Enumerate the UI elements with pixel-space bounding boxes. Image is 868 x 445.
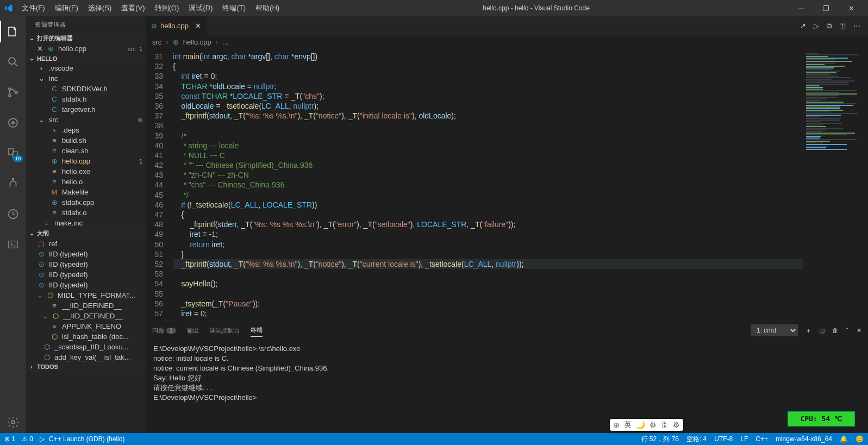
file-Makefile[interactable]: MMakefile [26,187,146,197]
status-spaces[interactable]: 空格: 4 [686,435,707,444]
go-to-file-icon[interactable]: ↗ [800,22,806,30]
file-hello.cpp[interactable]: ⊕hello.cpp1 [26,156,146,166]
status-lncol[interactable]: 行 52，列 76 [641,435,679,444]
maximize-button[interactable]: ❐ [814,0,839,16]
symbol-icon: ⬡ [50,333,59,341]
outline-item[interactable]: ▢ref [26,239,146,249]
status-warnings[interactable]: ⚠ 0 [22,435,33,443]
panel-tab-problems[interactable]: 问题1 [152,324,176,337]
menu-debug[interactable]: 调试(D) [184,1,217,15]
menu-selection[interactable]: 选择(S) [84,1,116,15]
minimap[interactable] [803,49,868,322]
file-build.sh[interactable]: ≡build.sh [26,135,146,146]
kill-terminal-icon[interactable]: 🗑 [832,327,838,334]
file-clean.sh[interactable]: ≡clean.sh [26,146,146,156]
activity-settings[interactable] [0,411,26,433]
outline-item[interactable]: ≡APPLINK_FILENO [26,321,146,331]
menu-edit[interactable]: 编辑(E) [51,1,83,15]
file-hello.o[interactable]: ≡hello.o [26,177,146,187]
status-encoding[interactable]: UTF-8 [714,435,733,443]
close-icon[interactable]: ✕ [37,45,43,53]
activity-history[interactable] [0,203,26,225]
open-editor-item[interactable]: ✕ ⊕ hello.cpp src 1 [26,43,146,54]
split-terminal-icon[interactable]: ◫ [819,327,825,334]
outline-item[interactable]: ⊙IID (typedef) [26,280,146,290]
folder-.deps[interactable]: ›.deps [26,125,146,135]
menu-terminal[interactable]: 终端(T) [218,1,250,15]
menu-go[interactable]: 转到(G) [151,1,184,15]
status-eol[interactable]: LF [740,435,748,443]
status-feedback-icon[interactable]: 😊 [855,435,864,443]
todos-head[interactable]: ›TODOS [26,362,146,371]
status-bell-icon[interactable]: 🔔 [840,435,848,443]
ime-gear-icon[interactable]: ⚙ [673,421,680,429]
status-errors[interactable]: ⊗ 1 [4,435,15,443]
menu-help[interactable]: 帮助(H) [251,1,284,15]
activity-search[interactable] [0,51,26,73]
split-down-icon[interactable]: ⧉ [827,22,832,30]
status-launch[interactable]: ▷C++ Launch (GDB) (hello) [40,435,124,443]
activity-debug[interactable] [0,112,26,134]
panel-tab-terminal[interactable]: 终端 [251,324,263,337]
status-compiler[interactable]: mingw-w64-x86_64 [776,435,832,443]
tab-close-icon[interactable]: ✕ [195,22,201,30]
file-stdafx.o[interactable]: ≡stdafx.o [26,208,146,218]
outline-item[interactable]: ⊙IID (typedef) [26,249,146,259]
outline-item[interactable]: ⬡add_key_val(__isl_tak... [26,352,146,362]
status-lang[interactable]: C++ [755,435,768,443]
breadcrumb[interactable]: src› ⊕ hello.cpp› ... [146,35,868,49]
maximize-panel-icon[interactable]: ˄ [846,327,849,334]
panel-tab-debug-console[interactable]: 调试控制台 [210,324,240,337]
ime-keyboard-icon[interactable]: 🎛 [661,421,669,429]
terminal[interactable]: E:\Develop\MyVSCProject\hello>.\src\hell… [146,339,868,433]
close-panel-icon[interactable]: ✕ [857,327,861,334]
close-button[interactable]: ✕ [839,0,864,16]
open-editors-head[interactable]: ⌄打开的编辑器 [26,33,146,43]
run-icon[interactable]: ▷ [814,22,819,30]
outline-head[interactable]: ⌄大纲 [26,228,146,239]
activity-explorer[interactable] [0,21,26,42]
activity-scm[interactable] [0,82,26,103]
ime-lang[interactable]: 英 [624,420,632,430]
symbol-icon: ⊙ [37,281,46,289]
ime-moon-icon[interactable]: 🌙 [636,421,645,429]
outline-item[interactable]: ⬡_scardssp_IID_Looku... [26,342,146,352]
activity-git-graph[interactable] [0,173,26,195]
menu-file[interactable]: 文件(F) [17,1,49,15]
folder-.vscode[interactable]: ›.vscode [26,63,146,73]
outline-item[interactable]: ⬡isl_hash_table (dec... [26,331,146,342]
tab-hello-cpp[interactable]: ⊕ hello.cpp ✕ [146,16,207,35]
symbol-icon: ⬡ [42,343,51,351]
new-terminal-icon[interactable]: ＋ [805,327,811,335]
outline-item[interactable]: ⊙IID (typedef) [26,259,146,269]
code-editor[interactable]: 3132333435363738394041424344454647484950… [146,49,868,322]
file-stdafx.h[interactable]: Cstdafx.h [26,94,146,104]
file-SDKDDKVer.h[interactable]: CSDKDDKVer.h [26,84,146,94]
file-icon: ≡ [50,167,59,176]
panel-tab-output[interactable]: 输出 [187,324,199,337]
folder-src[interactable]: ⌄src [26,115,146,125]
file-stdafx.cpp[interactable]: ⊕stdafx.cpp [26,197,146,208]
file-hello.exe[interactable]: ≡hello.exe [26,166,146,177]
outline-item[interactable]: ⌄⬡MIDL_TYPE_FORMAT... [26,290,146,300]
code-lines[interactable]: int main(int argc, char *argv[], char *e… [173,49,803,322]
window-title: hello.cpp - hello - Visual Studio Code [284,4,789,12]
activity-remote[interactable]: 10 [0,142,26,164]
svg-point-2 [9,95,11,97]
outline-item[interactable]: ⊙IID (typedef) [26,269,146,280]
activity-powershell[interactable] [0,234,26,255]
folder-inc[interactable]: ⌄inc [26,73,146,84]
outline-item[interactable]: ≡__IID_DEFINED__ [26,300,146,311]
ime-toolbar[interactable]: ⊕ 英 🌙 ⚙ 🎛 ⚙ [610,419,683,431]
minimize-button[interactable]: ─ [789,0,814,16]
split-right-icon[interactable]: ◫ [839,22,846,30]
file-targetver.h[interactable]: Ctargetver.h [26,104,146,115]
more-icon[interactable]: ⋯ [853,22,860,30]
outline-item[interactable]: ⌄⬡__IID_DEFINED__ [26,311,146,321]
menu-view[interactable]: 查看(V) [117,1,149,15]
ime-icon[interactable]: ⊕ [613,421,620,429]
terminal-select[interactable]: 1: cmd [751,324,798,336]
project-head[interactable]: ⌄HELLO [26,54,146,63]
ime-e-icon[interactable]: ⚙ [650,421,657,429]
file-make.inc[interactable]: ≡make.inc [26,218,146,228]
